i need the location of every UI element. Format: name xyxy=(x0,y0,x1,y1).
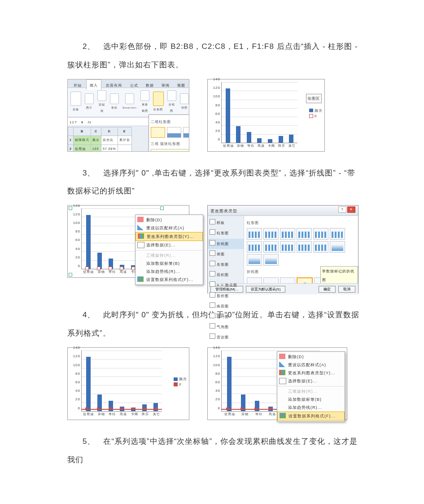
table-icon[interactable] xyxy=(70,92,81,106)
change-chart-type-dialog[interactable]: 更改图表类型 ? ✕ 模板柱形图折线图饼图条形图面积图X Y 散点图股价图曲面图… xyxy=(207,205,358,294)
tab-insert[interactable]: 插入 xyxy=(86,79,101,90)
menu-item[interactable]: 添加趋势线(R)... xyxy=(277,403,345,412)
series-marker[interactable] xyxy=(109,408,111,410)
chart-category-item[interactable]: X Y 散点图 xyxy=(208,280,244,290)
shapes-icon[interactable] xyxy=(110,93,119,104)
chart-thumb[interactable] xyxy=(313,241,328,253)
series-marker[interactable] xyxy=(97,408,100,410)
chart-category-item[interactable]: 雷达图 xyxy=(208,332,244,342)
chart-thumb[interactable] xyxy=(280,241,295,253)
series-marker[interactable] xyxy=(85,408,88,410)
chart-thumb[interactable] xyxy=(297,241,312,253)
bar[interactable] xyxy=(236,126,240,143)
dialog-titlebar[interactable]: 更改图表类型 ? ✕ xyxy=(208,206,358,216)
tab-layout[interactable]: 页面布局 xyxy=(103,80,125,90)
chart-thumb-line[interactable] xyxy=(263,277,279,284)
chart-category-item[interactable]: 条形图 xyxy=(208,259,244,270)
selection-handle[interactable] xyxy=(69,273,72,276)
series-marker[interactable] xyxy=(155,408,157,410)
chart-thumb[interactable] xyxy=(263,254,279,266)
chart-thumb[interactable] xyxy=(330,241,345,253)
bar[interactable] xyxy=(247,132,251,142)
menu-item[interactable]: 重设以匹配样式(A) xyxy=(136,224,203,232)
clustered-column-thumb[interactable] xyxy=(151,127,165,138)
bar[interactable] xyxy=(289,135,293,142)
chart-category-item[interactable]: 曲面图 xyxy=(208,301,244,311)
menu-item[interactable]: 添加趋势线(R)... xyxy=(136,267,203,276)
chart-category-item[interactable]: 圆环图 xyxy=(208,311,244,322)
selection-handle[interactable] xyxy=(69,206,72,210)
bar[interactable] xyxy=(227,357,232,411)
cancel-button[interactable]: 取消 xyxy=(338,286,355,293)
set-default-chart-button[interactable]: 设置为默认图表(S) xyxy=(246,286,286,293)
bar[interactable] xyxy=(86,357,91,411)
tab-home[interactable]: 开始 xyxy=(70,80,85,90)
smartart-icon[interactable] xyxy=(125,93,134,104)
chart-type-category-list[interactable]: 模板柱形图折线图饼图条形图面积图X Y 散点图股价图曲面图圆环图气泡图雷达图 xyxy=(208,216,244,283)
dialog-close-button[interactable]: ✕ xyxy=(347,206,355,213)
menu-item[interactable]: 选择数据(E)... xyxy=(277,377,345,385)
tab-review[interactable]: 审阅 xyxy=(158,80,173,90)
column-chart-icon[interactable] xyxy=(153,92,164,106)
column-chart-dropdown[interactable]: 二维柱形图 三维 簇状柱形图 使用垂直矩形比较相关于类别轴上的数值大小。 xyxy=(149,114,189,152)
series-context-menu[interactable]: 删除(D)重设以匹配样式(A)更改系列图表类型(Y)...选择数据(E)...三… xyxy=(277,351,345,422)
zero-line-series[interactable] xyxy=(81,409,162,410)
menu-item[interactable]: 更改系列图表类型(Y)... xyxy=(277,369,345,377)
chart-category-item[interactable]: 饼图 xyxy=(208,249,244,259)
tab-view[interactable]: 视图 xyxy=(174,80,188,90)
tab-data[interactable]: 数据 xyxy=(143,80,157,90)
stacked-column-thumb[interactable] xyxy=(167,127,181,138)
chart-category-item[interactable]: 模板 xyxy=(208,218,244,228)
picture-icon[interactable] xyxy=(85,93,94,104)
dialog-help-button[interactable]: ? xyxy=(338,206,346,213)
menu-item[interactable]: 添加数据标签(B) xyxy=(277,395,345,403)
series-marker[interactable] xyxy=(254,408,257,410)
chart-thumb[interactable] xyxy=(280,228,295,240)
series-marker[interactable] xyxy=(131,267,135,270)
chart-thumb[interactable] xyxy=(247,254,262,266)
stacked100-column-thumb[interactable] xyxy=(183,127,189,138)
chart-thumb[interactable] xyxy=(247,241,262,253)
menu-item[interactable]: 更改系列图表类型(Y)... xyxy=(136,232,203,241)
series-marker[interactable] xyxy=(85,267,89,270)
ok-button[interactable]: 确定 xyxy=(319,286,336,293)
series-marker[interactable] xyxy=(240,408,243,410)
menu-item[interactable]: 设置数据系列格式(F)... xyxy=(136,276,203,284)
chart-category-item[interactable]: 折线图 xyxy=(208,239,244,249)
menu-item[interactable]: 设置数据系列格式(F)... xyxy=(277,412,345,421)
tab-formulas[interactable]: 公式 xyxy=(127,80,141,90)
bar[interactable] xyxy=(226,88,230,143)
series-context-menu[interactable]: 删除(D)重设以匹配样式(A)更改系列图表类型(Y)...选择数据(E)...三… xyxy=(135,215,203,285)
series-marker[interactable] xyxy=(269,408,271,410)
chart-thumb[interactable] xyxy=(330,228,345,240)
series-marker[interactable] xyxy=(131,408,134,410)
bar[interactable] xyxy=(86,215,91,269)
chart-category-item[interactable]: 柱形图 xyxy=(208,228,244,238)
chart-thumb[interactable] xyxy=(263,241,279,253)
line-chart-icon[interactable] xyxy=(167,90,176,101)
chart-category-item[interactable]: 面积图 xyxy=(208,270,244,280)
plot-area-button[interactable]: 绘图区 xyxy=(306,94,322,103)
series-marker[interactable] xyxy=(97,267,101,270)
chart-thumb-line[interactable] xyxy=(280,277,295,284)
menu-item[interactable]: 删除(D) xyxy=(136,216,203,224)
clipart-icon[interactable] xyxy=(97,90,106,101)
series-marker[interactable] xyxy=(120,408,122,410)
chart-thumb-line[interactable] xyxy=(247,277,262,284)
menu-item[interactable]: 重设以匹配样式(A) xyxy=(277,361,345,369)
chart-thumb[interactable] xyxy=(247,228,262,240)
menu-item[interactable]: 选择数据(E)... xyxy=(136,241,203,249)
menu-item[interactable]: 添加数据标签(B) xyxy=(136,259,203,267)
chart-thumb[interactable] xyxy=(263,228,279,240)
pie-chart-icon[interactable] xyxy=(180,93,189,104)
chart-category-item[interactable]: 气泡图 xyxy=(208,322,244,332)
chart-thumb[interactable] xyxy=(297,228,312,240)
chart-category-item[interactable]: 股价图 xyxy=(208,291,244,301)
series-marker[interactable] xyxy=(143,408,146,410)
screenshot-icon[interactable] xyxy=(140,90,149,101)
selection-handle[interactable] xyxy=(160,206,164,210)
menu-item[interactable]: 删除(D) xyxy=(277,353,345,361)
bar[interactable] xyxy=(279,136,283,142)
series-marker[interactable] xyxy=(109,267,112,270)
series-marker[interactable] xyxy=(226,408,229,410)
